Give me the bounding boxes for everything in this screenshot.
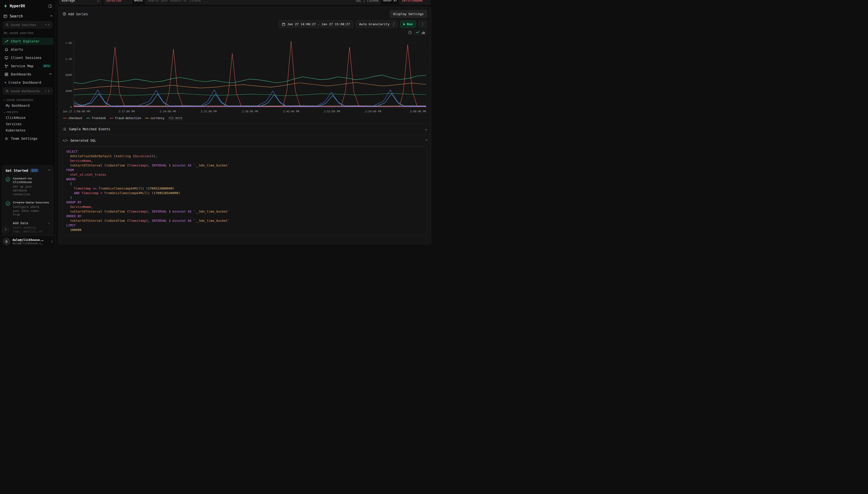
search-section-icon [3,14,7,18]
saved-dashboards-input[interactable]: Saved Dashboards ⌘ K [3,88,52,95]
chart-explorer-icon [4,40,8,43]
aggregation-select[interactable]: Average [59,0,102,4]
display-settings-button[interactable]: Display Settings [390,10,427,18]
chart-type-toggle [414,30,427,35]
saved-searches-input[interactable]: Saved Searches ⌘ K [3,21,52,28]
group-by-value: ServiceName [402,0,423,2]
sql-line: ServiceName, [66,158,423,163]
syntax-toggle[interactable]: SQL | Lucene [355,0,379,2]
sidebar-item-label: Client Sessions [11,56,51,60]
get-started-header[interactable]: Get Started 2/3 [2,166,53,174]
legend-item[interactable]: checkout [63,116,82,120]
chevron-down-icon [97,0,99,2]
bar-chart-type-button[interactable] [422,31,425,34]
time-format-button[interactable] [408,31,412,35]
sidebar-item-chart-explorer[interactable]: Chart Explorer [2,38,53,45]
x-axis-label: 2:31:00 PM [200,110,217,113]
sample-matched-events-header[interactable]: Sample Matched Events [59,124,431,135]
chart-legend: checkoutfrontendfraud-detectioncurrency … [59,114,431,123]
preset-item[interactable]: Services [0,121,55,127]
add-series-button[interactable]: Add Series [63,12,88,16]
get-started-step[interactable]: Create Data SourcesConfigure where your … [2,198,53,219]
sql-line: 100000 [66,228,423,232]
get-started-step[interactable]: Connect to ClickHouseSet up your databas… [2,174,53,199]
sidebar-item-label: Chart Explorer [11,39,51,43]
saved-dashboards-group[interactable]: SAVED DASHBOARDS [0,97,55,102]
step-title: Connect to ClickHouse [13,177,50,184]
sidebar-item-service-map[interactable]: Service Map BETA [2,62,53,70]
help-button[interactable]: ? [2,226,9,233]
search-section-label: Search [10,14,48,18]
shortcut-badge: ⌘ K [45,90,50,93]
presets-group[interactable]: PRESETS [0,109,55,115]
sql-line: LIMIT [66,223,423,228]
chevron-up-icon[interactable] [48,169,51,172]
select-arrows-icon [393,23,394,25]
run-label: Run [407,22,413,26]
sql-line: toStartOfInterval (toDateTime (Timestamp… [66,218,423,223]
svg-text:1.6B: 1.6B [65,41,72,45]
step-text: Add DataStart sending logs, metrics, or [13,221,44,233]
generated-sql-header[interactable]: </> Generated SQL [59,135,431,146]
legend-label: currency [150,116,165,120]
sidebar-section-search[interactable]: Search [0,11,55,20]
saved-searches-placeholder: Saved Searches [11,23,43,27]
sql-line: FROM [66,168,423,172]
user-menu[interactable]: D dale@clickhouse.… dale@clickhouse.c… [0,235,55,247]
step-icon [5,221,11,222]
sidebar-item-alerts[interactable]: Alerts [2,46,53,53]
svg-text:0: 0 [70,106,72,109]
sidebar-item-dashboards[interactable]: Dashboards [2,71,53,78]
aggregation-value: Average [62,0,95,2]
legend-more-link[interactable]: +12 more [168,116,182,120]
granularity-value: Auto Granularity [359,22,390,26]
chart-canvas[interactable]: 0400M800M1.2B1.6B [63,37,427,109]
x-axis-label: 2:24:00 PM [160,110,176,113]
service-map-icon [4,64,8,68]
chevron-up-icon[interactable] [50,15,53,17]
svg-text:1.2B: 1.2B [65,57,72,61]
preset-item[interactable]: Kubernetes [0,127,55,133]
date-range-button[interactable]: Jan 27 14:08:27 - Jan 27 15:08:27 [278,20,353,28]
run-button[interactable]: Run [400,20,416,28]
legend-item[interactable]: currency [145,116,165,120]
sidebar-item-client-sessions[interactable]: Client Sessions [2,54,53,61]
line-chart-type-button[interactable] [416,31,420,34]
search-query-input[interactable]: Search your events w/ Lucene ... SQL | L… [145,0,381,4]
get-started-title: Get Started [5,169,28,172]
app-title: HyperDX [10,4,46,8]
sidebar-item-label: Service Map [11,64,40,68]
sidebar: HyperDX Search Saved Searches ⌘ K No sav… [0,0,56,247]
svg-text:800M: 800M [65,74,72,77]
search-icon [5,23,9,26]
field-input[interactable]: Duration [103,0,132,4]
step-desc: Configure where your data comes from [13,205,44,217]
legend-color-dash [145,118,149,118]
create-dashboard-button[interactable]: + Create Dashboard [2,79,53,86]
granularity-select[interactable]: Auto Granularity [356,20,398,28]
chevron-up-icon[interactable] [49,73,52,75]
no-saved-searches-text: No saved searches [0,30,55,37]
step-text: Connect to ClickHouseSet up your databas… [13,177,50,196]
preset-item[interactable]: ClickHouse [0,115,55,121]
sample-matched-events-label: Sample Matched Events [69,127,110,131]
get-started-steps: Connect to ClickHouseSet up your databas… [2,174,53,236]
group-by-input[interactable]: ServiceName [399,0,430,4]
legend-label: fraud-detection [115,116,141,120]
date-range-value: Jan 27 14:08:27 - Jan 27 15:08:27 [287,22,350,26]
legend-color-dash [86,118,90,118]
query-toolbar: Average Duration WHERE Search your event… [56,0,434,4]
sidebar-collapse-icon[interactable] [48,4,52,8]
dashboard-item[interactable]: My Dashboard [0,102,55,109]
line-chart-icon [416,31,420,34]
sidebar-item-team-settings[interactable]: Team Settings [2,135,53,142]
avatar: D [3,238,10,245]
legend-item[interactable]: frontend [86,116,106,120]
timeseries-chart[interactable]: 0400M800M1.2B1.6B [63,37,427,109]
chart-explorer-panel: Add Series Display Settings Jan 27 14:08… [58,7,431,244]
presets-group-label: PRESETS [6,111,18,114]
more-options-button[interactable]: ⋮ [419,20,427,28]
sql-line: AND Timestamp < fromUnixTimestamp64Milli… [66,191,423,195]
legend-item[interactable]: fraud-detection [110,116,141,120]
get-started-step[interactable]: Add DataStart sending logs, metrics, or→ [2,219,53,235]
